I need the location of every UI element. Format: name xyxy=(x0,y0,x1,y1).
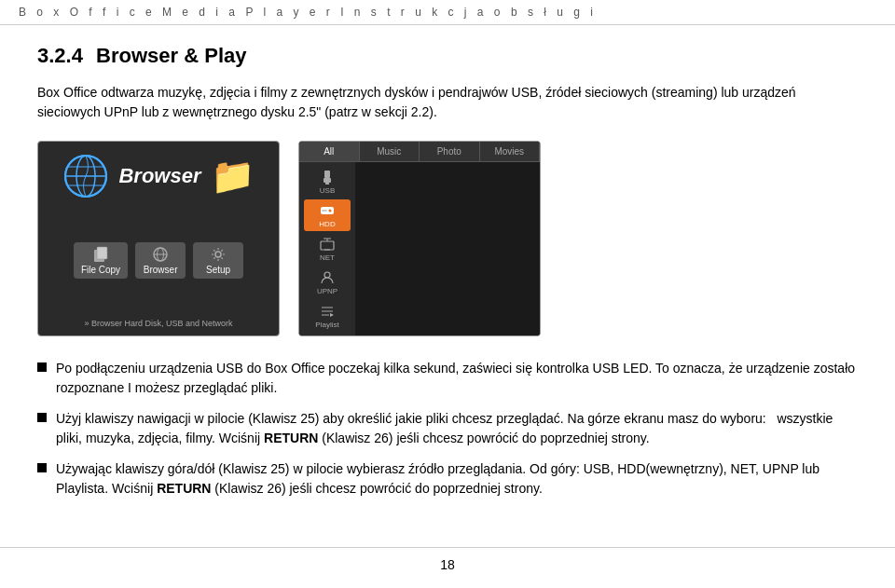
file-copy-icon xyxy=(92,246,109,263)
upnp-icon xyxy=(320,270,335,285)
setup-btn: Setup xyxy=(193,242,243,279)
svg-rect-13 xyxy=(324,178,331,183)
images-row: Browser 📁 File Copy xyxy=(37,141,858,336)
globe-icon xyxy=(62,153,109,199)
sidebar-upnp: UPNP xyxy=(304,267,351,298)
sidebar-hdd: HDD xyxy=(304,199,351,231)
net-icon xyxy=(320,237,335,252)
bullet-square-3 xyxy=(37,463,47,472)
svg-rect-18 xyxy=(321,241,334,250)
sidebar-net: NET xyxy=(304,233,351,265)
browser-bar-label: » Browser Hard Disk, USB and Network xyxy=(84,319,232,328)
file-copy-btn: File Copy xyxy=(74,242,128,279)
bullet-item-2: Użyj klawiszy nawigacji w pilocie (Klawi… xyxy=(37,409,858,448)
usb-icon xyxy=(320,170,335,185)
browser-label: Browser xyxy=(118,164,200,188)
hdd-icon xyxy=(320,203,335,218)
svg-point-22 xyxy=(324,272,330,278)
page-number: 18 xyxy=(440,557,455,572)
main-content: 3.2.4 Browser & Play Box Office odtwarza… xyxy=(0,25,895,538)
tab-all: All xyxy=(299,142,360,161)
setup-icon xyxy=(210,246,227,263)
panel-main-area xyxy=(355,162,540,335)
section-number: 3.2.4 xyxy=(37,44,83,67)
panel-screenshot: All Music Photo Movies USB xyxy=(298,141,541,336)
footer: 18 xyxy=(0,547,895,581)
bullet-square-2 xyxy=(37,413,47,422)
bullet-text-3: Używając klawiszy góra/dół (Klawisz 25) … xyxy=(56,459,858,499)
panel-sidebar: USB HDD xyxy=(299,162,355,335)
svg-rect-17 xyxy=(322,210,327,212)
browser-icons-row: File Copy Browser Setup xyxy=(48,242,269,279)
panel-body: USB HDD xyxy=(299,162,540,335)
sidebar-playlist: Playlist xyxy=(304,300,351,332)
svg-point-16 xyxy=(329,209,332,212)
header-text: B o x O f f i c e M e d i a P l a y e r … xyxy=(19,6,597,19)
svg-rect-12 xyxy=(324,171,330,178)
tab-music: Music xyxy=(360,142,420,161)
browser-screenshot: Browser 📁 File Copy xyxy=(37,141,280,336)
bullet-text-2: Użyj klawiszy nawigacji w pilocie (Klawi… xyxy=(56,409,858,448)
bullet-text-1: Po podłączeniu urządzenia USB do Box Off… xyxy=(56,359,858,398)
svg-rect-7 xyxy=(97,247,107,259)
folder-icon: 📁 xyxy=(211,156,255,197)
panel-tabs: All Music Photo Movies xyxy=(299,142,540,162)
svg-point-11 xyxy=(215,252,221,257)
bullet-item-3: Używając klawiszy góra/dół (Klawisz 25) … xyxy=(37,459,858,499)
bullet-item-1: Po podłączeniu urządzenia USB do Box Off… xyxy=(37,359,858,398)
svg-rect-14 xyxy=(325,183,329,185)
tab-movies: Movies xyxy=(480,142,541,161)
section-title: 3.2.4 Browser & Play xyxy=(37,44,858,68)
tab-photo: Photo xyxy=(420,142,480,161)
browser-icon xyxy=(152,246,169,263)
browser-top: Browser 📁 xyxy=(48,153,269,199)
intro-paragraph: Box Office odtwarza muzykę, zdjęcia i fi… xyxy=(37,83,858,122)
svg-marker-26 xyxy=(330,313,334,317)
section-name: Browser & Play xyxy=(96,44,246,67)
playlist-icon xyxy=(320,304,335,319)
header-bar: B o x O f f i c e M e d i a P l a y e r … xyxy=(0,0,895,25)
browser-btn: Browser xyxy=(135,242,186,279)
sidebar-usb: USB xyxy=(304,166,351,198)
bullet-list: Po podłączeniu urządzenia USB do Box Off… xyxy=(37,359,858,499)
bullet-square-1 xyxy=(37,362,47,372)
